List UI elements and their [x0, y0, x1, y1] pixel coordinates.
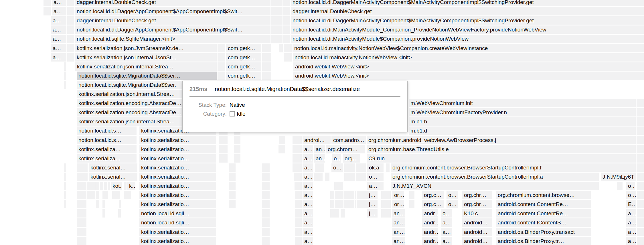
stack-frame-selected[interactable]: notion.local.id.sqlite.MigrationData$$se… [77, 72, 217, 80]
stack-frame[interactable]: notion.local.id.di.DaggerAppComponent$Ap… [75, 25, 270, 34]
stack-frame[interactable]: j… [367, 200, 378, 208]
stack-frame[interactable] [229, 200, 236, 208]
stack-frame[interactable] [262, 228, 270, 236]
stack-frame[interactable]: or… [392, 191, 404, 199]
stack-frame[interactable]: org.chromium.base.ThreadUtils.e [367, 145, 636, 153]
stack-frame[interactable] [356, 173, 366, 181]
stack-frame[interactable]: a… [303, 228, 313, 236]
stack-frame[interactable] [218, 62, 225, 71]
stack-frame[interactable]: android.os.BinderProxy.tr… [496, 237, 591, 245]
stack-frame[interactable] [100, 182, 103, 190]
stack-frame[interactable] [64, 72, 66, 80]
stack-frame[interactable] [262, 163, 270, 172]
stack-frame[interactable]: kotlinx.serializatio… [139, 163, 216, 172]
stack-frame[interactable]: kotlinx.serializatio… [139, 182, 216, 190]
stack-frame[interactable] [637, 117, 644, 126]
stack-frame[interactable] [355, 200, 356, 208]
stack-frame[interactable] [218, 72, 225, 80]
stack-frame[interactable] [283, 16, 290, 25]
stack-frame[interactable]: android.content.ContentRe… [496, 209, 591, 218]
stack-frame[interactable] [381, 200, 391, 208]
stack-frame[interactable] [64, 182, 66, 190]
stack-frame[interactable] [344, 173, 355, 181]
stack-frame[interactable] [77, 218, 86, 227]
stack-frame[interactable] [295, 228, 302, 236]
stack-frame[interactable]: kotlinx.serializatio… [139, 228, 216, 236]
stack-frame[interactable]: andr… [422, 237, 438, 245]
stack-frame[interactable]: notion.local.id.mainactivity.NotionWebVi… [293, 53, 644, 62]
stack-frame[interactable]: a… [303, 218, 313, 227]
stack-frame[interactable]: a… [51, 44, 66, 52]
stack-frame[interactable] [637, 108, 644, 116]
stack-frame[interactable]: kotlinx.serial… [89, 173, 137, 181]
stack-frame[interactable] [271, 0, 283, 6]
stack-frame[interactable]: a… [51, 25, 66, 34]
stack-frame[interactable]: o… [441, 209, 452, 218]
stack-frame[interactable] [293, 145, 302, 153]
stack-frame[interactable] [64, 191, 66, 199]
stack-frame[interactable]: android.webkit.WebView.<init> [293, 62, 644, 71]
stack-frame[interactable] [341, 209, 345, 218]
stack-frame[interactable]: a… [303, 173, 313, 181]
stack-frame[interactable]: notion.local.id.s… [77, 136, 137, 144]
stack-frame[interactable] [344, 200, 354, 208]
stack-frame[interactable]: com.getk… [226, 53, 261, 62]
stack-frame[interactable] [637, 127, 644, 135]
stack-frame[interactable]: kotlinx.serializatio… [139, 173, 216, 181]
stack-frame[interactable] [234, 145, 240, 153]
stack-frame[interactable] [124, 191, 131, 199]
stack-frame[interactable]: ok.a [367, 163, 384, 172]
stack-frame[interactable]: an… [392, 237, 405, 245]
stack-frame[interactable]: org.c… [422, 191, 444, 199]
stack-frame[interactable] [637, 136, 644, 144]
stack-frame[interactable] [262, 44, 271, 52]
stack-frame[interactable]: notion.local.id.di.MainActivityModule_Co… [291, 25, 644, 34]
stack-frame[interactable]: kotlinx.serializatio… [139, 237, 216, 245]
stack-frame[interactable] [102, 191, 108, 199]
stack-frame[interactable] [637, 182, 644, 190]
stack-frame[interactable]: an… [392, 228, 405, 236]
stack-frame[interactable]: kotlinx.serialization.json.JvmStreamsKt.… [75, 44, 217, 52]
stack-frame[interactable] [637, 163, 644, 172]
stack-frame[interactable]: org.chromium.content.browse… [496, 191, 591, 199]
stack-frame[interactable]: k… [127, 182, 135, 190]
stack-frame[interactable] [87, 191, 95, 199]
stack-frame[interactable] [637, 237, 644, 245]
stack-frame[interactable]: org… [343, 154, 360, 163]
stack-frame[interactable] [77, 173, 88, 181]
stack-frame[interactable] [262, 200, 270, 208]
stack-frame[interactable]: com.andro… [331, 136, 366, 144]
stack-frame[interactable] [295, 218, 302, 227]
stack-frame[interactable] [284, 53, 292, 62]
stack-frame[interactable] [77, 182, 86, 190]
stack-frame[interactable] [262, 173, 270, 181]
stack-frame[interactable]: a… [303, 200, 313, 208]
stack-frame[interactable]: dagger.internal.DoubleCheck.get [75, 16, 270, 25]
stack-frame[interactable] [409, 200, 414, 208]
stack-frame[interactable] [295, 209, 302, 218]
stack-frame[interactable] [77, 163, 88, 172]
stack-frame[interactable] [77, 209, 86, 218]
stack-frame[interactable]: andr… [422, 209, 438, 218]
stack-frame[interactable]: a… [52, 0, 66, 6]
stack-frame[interactable]: a… [441, 228, 452, 236]
stack-frame[interactable]: a… [51, 53, 66, 62]
stack-frame[interactable] [295, 191, 302, 199]
stack-frame[interactable] [325, 173, 329, 181]
stack-frame[interactable] [262, 218, 270, 227]
stack-frame[interactable]: notion.local.id.di.DaggerMainActivityCom… [291, 16, 644, 25]
stack-frame[interactable] [381, 191, 391, 199]
stack-frame[interactable]: a… [626, 209, 636, 218]
stack-frame[interactable] [262, 191, 270, 199]
stack-frame[interactable] [279, 44, 283, 52]
stack-frame[interactable] [108, 182, 110, 190]
stack-frame[interactable] [95, 182, 99, 190]
stack-frame[interactable] [77, 228, 86, 236]
stack-frame[interactable] [262, 53, 271, 62]
stack-frame[interactable] [315, 163, 324, 172]
stack-frame[interactable] [335, 200, 343, 208]
stack-frame[interactable] [112, 191, 120, 199]
stack-frame[interactable] [409, 191, 414, 199]
stack-frame[interactable]: notion.local.id.sqli… [139, 218, 216, 227]
stack-frame[interactable] [314, 173, 323, 181]
